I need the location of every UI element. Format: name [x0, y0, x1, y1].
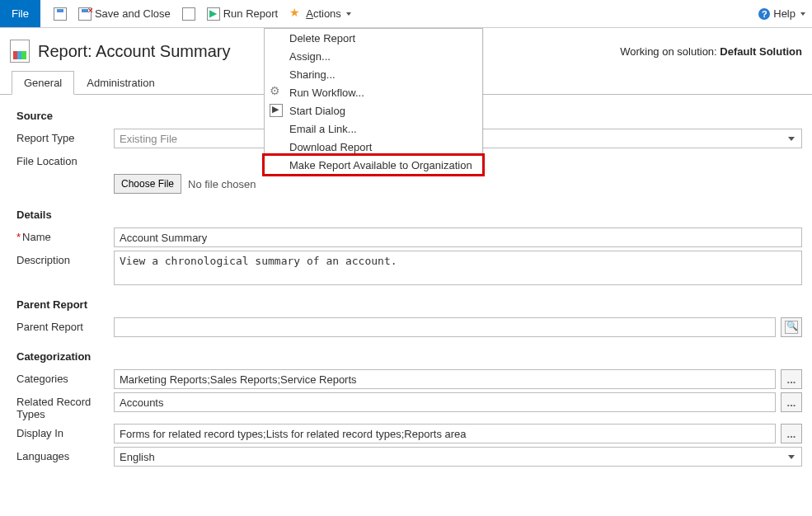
menu-assign-label: Assign...	[289, 50, 331, 63]
menu-assign[interactable]: Assign...	[265, 47, 482, 65]
categories-label: Categories	[16, 369, 114, 385]
menu-start-dialog-label: Start Dialog	[289, 105, 345, 117]
name-label: *Name	[16, 228, 114, 243]
display-in-label: Display In	[16, 424, 114, 439]
report-type-value: Existing File	[120, 133, 177, 145]
menu-email-link[interactable]: Email a Link...	[265, 120, 482, 138]
description-label: Description	[16, 251, 114, 266]
tab-administration[interactable]: Administration	[74, 71, 167, 94]
menu-make-available[interactable]: Make Report Available to Organization	[265, 156, 482, 174]
description-input[interactable]	[114, 251, 802, 285]
name-input[interactable]	[114, 228, 802, 247]
menu-run-workflow-label: Run Workflow...	[289, 87, 364, 99]
menu-run-workflow[interactable]: Run Workflow...	[265, 83, 482, 101]
no-file-chosen-text: No file chosen	[188, 178, 256, 190]
toolbar: File Save and Close Run Report Actions ?…	[0, 0, 812, 28]
tab-administration-label: Administration	[87, 77, 154, 89]
save-icon	[54, 7, 67, 21]
related-types-input[interactable]	[114, 392, 776, 412]
menu-delete-report[interactable]: Delete Report	[265, 29, 482, 47]
lookup-icon	[785, 321, 798, 334]
help-button[interactable]: ? Help	[758, 7, 805, 20]
chevron-down-icon	[800, 12, 805, 16]
categories-input[interactable]	[114, 369, 776, 389]
section-parent: Parent Report	[16, 298, 802, 311]
tab-general[interactable]: General	[12, 71, 74, 95]
report-icon	[10, 40, 30, 63]
display-in-edit-button[interactable]: ...	[781, 424, 802, 443]
help-icon: ?	[758, 8, 770, 20]
menu-sharing[interactable]: Sharing...	[265, 65, 482, 83]
file-button[interactable]: File	[0, 0, 40, 27]
file-button-label: File	[12, 7, 29, 20]
dialog-icon	[270, 104, 283, 117]
menu-email-link-label: Email a Link...	[289, 123, 357, 135]
chevron-down-icon	[788, 455, 795, 459]
solution-prefix: Working on solution:	[620, 45, 720, 58]
refresh-icon	[182, 7, 195, 21]
parent-report-lookup-button[interactable]	[781, 317, 802, 337]
menu-make-available-label: Make Report Available to Organization	[289, 159, 472, 171]
menu-delete-report-label: Delete Report	[289, 32, 355, 45]
categories-edit-button[interactable]: ...	[781, 369, 802, 389]
workflow-icon	[270, 86, 283, 99]
save-close-icon	[78, 7, 92, 21]
report-type-label: Report Type	[16, 129, 114, 144]
solution-info: Working on solution: Default Solution	[620, 45, 802, 58]
actions-button[interactable]: Actions	[289, 0, 351, 27]
run-icon	[207, 7, 220, 21]
file-location-label: File Location	[16, 152, 114, 167]
help-label: Help	[773, 7, 796, 20]
parent-report-input[interactable]	[114, 317, 776, 337]
solution-name: Default Solution	[720, 45, 802, 58]
parent-report-label: Parent Report	[16, 317, 114, 333]
save-and-close-button[interactable]: Save and Close	[78, 0, 171, 27]
run-report-button[interactable]: Run Report	[207, 0, 278, 27]
actions-label: Actions	[306, 7, 341, 20]
related-types-label: Related Record Types	[16, 392, 114, 420]
languages-value: English	[120, 451, 155, 463]
section-details: Details	[16, 209, 802, 221]
menu-download-report-label: Download Report	[289, 141, 372, 153]
run-report-label: Run Report	[223, 7, 278, 20]
save-and-close-label: Save and Close	[95, 7, 171, 20]
display-in-input[interactable]	[114, 424, 776, 443]
choose-file-button[interactable]: Choose File	[114, 174, 181, 194]
actions-icon	[289, 7, 303, 21]
chevron-down-icon	[346, 12, 351, 16]
menu-start-dialog[interactable]: Start Dialog	[265, 101, 482, 120]
related-types-edit-button[interactable]: ...	[781, 392, 802, 412]
refresh-button[interactable]	[182, 0, 195, 27]
actions-menu: Delete Report Assign... Sharing... Run W…	[264, 28, 483, 175]
save-button[interactable]	[54, 0, 67, 27]
section-categorization: Categorization	[16, 350, 802, 363]
tab-general-label: General	[24, 77, 62, 89]
languages-select[interactable]: English	[114, 447, 802, 467]
menu-sharing-label: Sharing...	[289, 68, 336, 81]
chevron-down-icon	[788, 137, 795, 141]
languages-label: Languages	[16, 447, 114, 462]
